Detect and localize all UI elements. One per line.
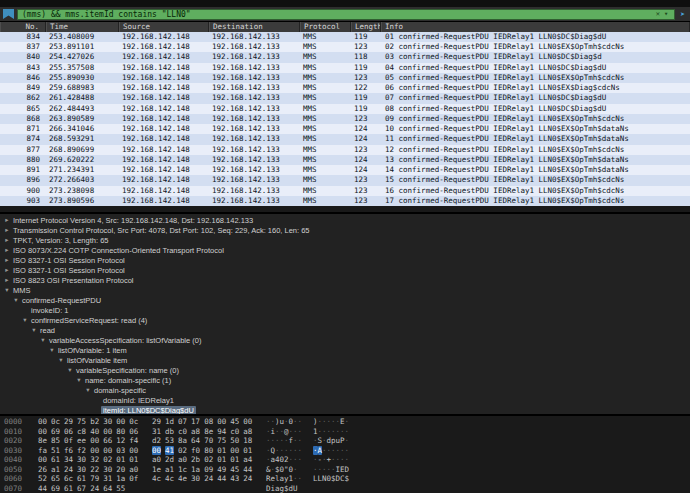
hex-byte[interactable]: a0: [178, 455, 187, 465]
detail-row[interactable]: ▾read: [0, 325, 690, 335]
hex-byte[interactable]: 01: [217, 455, 226, 465]
hex-byte[interactable]: c0: [230, 427, 239, 437]
hex-byte[interactable]: 1e: [152, 465, 161, 475]
hex-byte[interactable]: 31: [103, 474, 112, 484]
expand-arrow-icon[interactable]: ▸: [3, 245, 11, 255]
hex-byte[interactable]: a8: [243, 427, 252, 437]
hex-byte[interactable]: 75: [77, 417, 86, 427]
hex-byte[interactable]: 6c: [64, 474, 73, 484]
hex-byte[interactable]: 55: [116, 484, 125, 493]
hex-byte[interactable]: 64: [191, 436, 200, 446]
packet-row[interactable]: 849259.688983192.168.142.148192.168.142.…: [0, 83, 690, 93]
hex-byte[interactable]: 30: [103, 465, 112, 475]
detail-row[interactable]: ▾listOfVariable: 1 item: [0, 345, 690, 355]
hex-byte[interactable]: ee: [77, 436, 86, 446]
packet-row[interactable]: 877268.890699192.168.142.148192.168.142.…: [0, 145, 690, 155]
hex-byte[interactable]: 69: [51, 427, 60, 437]
packet-row[interactable]: 868263.890589192.168.142.148192.168.142.…: [0, 114, 690, 124]
hex-byte[interactable]: 45: [230, 417, 239, 427]
ascii-char[interactable]: ·: [345, 427, 350, 437]
packet-row[interactable]: 846255.890930192.168.142.148192.168.142.…: [0, 73, 690, 83]
detail-row[interactable]: ▾listOfVariable item: [0, 355, 690, 365]
packet-row[interactable]: 874268.593291192.168.142.148192.168.142.…: [0, 134, 690, 144]
hex-byte[interactable]: 69: [51, 484, 60, 493]
ascii-char[interactable]: ·: [298, 436, 303, 446]
hex-byte[interactable]: 50: [230, 436, 239, 446]
hex-byte[interactable]: 30: [77, 455, 86, 465]
collapse-arrow-icon[interactable]: ▾: [75, 375, 83, 385]
hex-byte[interactable]: 08: [204, 417, 213, 427]
hex-byte[interactable]: 51: [51, 446, 60, 456]
hex-byte[interactable]: 4c: [165, 474, 174, 484]
filter-bookmark-icon[interactable]: [3, 9, 14, 19]
hex-byte[interactable]: 03: [116, 446, 125, 456]
hex-byte[interactable]: 01: [217, 446, 226, 456]
expand-arrow-icon[interactable]: ▸: [3, 265, 11, 275]
hex-byte[interactable]: 80: [204, 446, 213, 456]
hex-byte[interactable]: 00: [152, 446, 161, 456]
expand-arrow-icon[interactable]: ▸: [3, 275, 11, 285]
hex-byte[interactable]: 01: [129, 455, 138, 465]
expand-arrow-icon[interactable]: ▸: [3, 225, 11, 235]
ascii-char[interactable]: $: [345, 474, 350, 484]
hex-byte[interactable]: 44: [38, 484, 47, 493]
hex-byte[interactable]: 00: [129, 446, 138, 456]
hex-byte[interactable]: db: [165, 427, 174, 437]
hex-byte[interactable]: 61: [64, 484, 73, 493]
filter-dropdown-icon[interactable]: ▾: [662, 10, 670, 18]
ascii-char[interactable]: ·: [345, 417, 350, 427]
detail-row[interactable]: ▾variableAccessSpecification: listOfVari…: [0, 335, 690, 345]
hex-byte[interactable]: 00: [217, 417, 226, 427]
hex-byte[interactable]: 85: [51, 436, 60, 446]
ascii-char[interactable]: ·: [298, 446, 303, 456]
detail-row[interactable]: ▾domain-specific: [0, 385, 690, 395]
hex-byte[interactable]: 1c: [178, 465, 187, 475]
hex-byte[interactable]: f6: [64, 446, 73, 456]
hex-byte[interactable]: 00: [90, 446, 99, 456]
hex-byte[interactable]: 40: [90, 427, 99, 437]
hex-byte[interactable]: 00: [230, 446, 239, 456]
hex-byte[interactable]: f4: [129, 436, 138, 446]
hex-byte[interactable]: 0f: [64, 436, 73, 446]
column-header-source[interactable]: Source: [119, 22, 209, 32]
expand-arrow-icon[interactable]: ▸: [3, 235, 11, 245]
hex-byte[interactable]: 06: [129, 427, 138, 437]
hex-byte[interactable]: 80: [116, 427, 125, 437]
collapse-arrow-icon[interactable]: ▾: [57, 355, 65, 365]
hex-byte[interactable]: 24: [204, 474, 213, 484]
hex-byte[interactable]: 00: [243, 417, 252, 427]
hex-byte[interactable]: b2: [90, 417, 99, 427]
hex-byte[interactable]: 18: [243, 436, 252, 446]
hex-byte[interactable]: a4: [243, 455, 252, 465]
hex-byte[interactable]: 29: [64, 417, 73, 427]
hex-byte[interactable]: 70: [204, 436, 213, 446]
hex-byte[interactable]: 34: [64, 455, 73, 465]
ascii-char[interactable]: ·: [345, 446, 350, 456]
hex-byte[interactable]: 8a: [178, 436, 187, 446]
hex-byte[interactable]: 00: [38, 455, 47, 465]
hex-byte[interactable]: 0c: [129, 417, 138, 427]
hex-byte[interactable]: 0c: [51, 417, 60, 427]
detail-row[interactable]: ▸Internet Protocol Version 4, Src: 192.1…: [0, 215, 690, 225]
column-header-protocol[interactable]: Protocol: [300, 22, 351, 32]
hex-byte[interactable]: 00: [90, 436, 99, 446]
hex-byte[interactable]: a0: [129, 465, 138, 475]
hex-byte[interactable]: 2b: [191, 455, 200, 465]
hex-byte[interactable]: 65: [51, 474, 60, 484]
column-header-length[interactable]: Length: [351, 22, 381, 32]
hex-byte[interactable]: 94: [217, 427, 226, 437]
packet-row[interactable]: 891271.234391192.168.142.148192.168.142.…: [0, 165, 690, 175]
clear-filter-icon[interactable]: ✕: [654, 10, 662, 18]
hex-byte[interactable]: 09: [204, 465, 213, 475]
detail-row[interactable]: ▸ISO 8327-1 OSI Session Protocol: [0, 255, 690, 265]
hex-byte[interactable]: 00: [103, 446, 112, 456]
collapse-arrow-icon[interactable]: ▾: [48, 345, 56, 355]
hex-byte[interactable]: 29: [152, 417, 161, 427]
display-filter-input[interactable]: (mms) && mms.itemId contains "LLN0" ✕ ▾: [17, 9, 675, 20]
hex-byte[interactable]: 12: [116, 436, 125, 446]
hex-byte[interactable]: 26: [38, 465, 47, 475]
hex-byte[interactable]: 01: [243, 446, 252, 456]
hex-byte[interactable]: 61: [51, 455, 60, 465]
hex-byte[interactable]: 4c: [152, 474, 161, 484]
hex-byte[interactable]: 02: [103, 455, 112, 465]
